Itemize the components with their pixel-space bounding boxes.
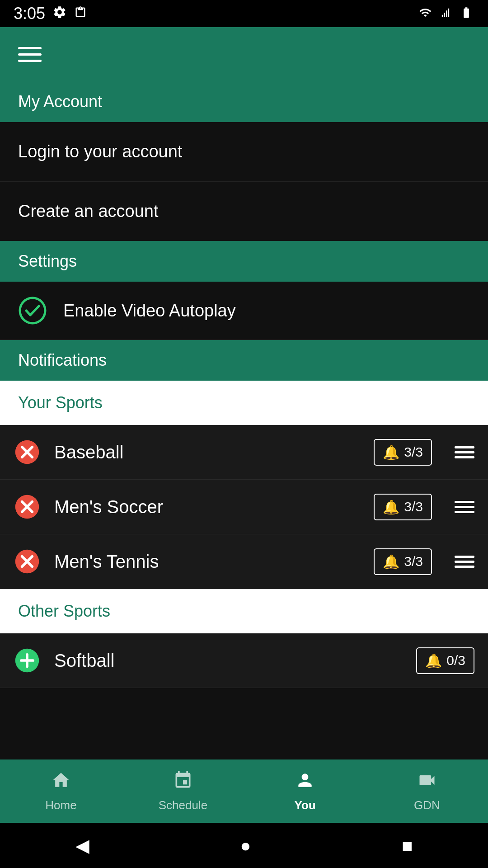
clipboard-status-icon bbox=[74, 5, 87, 23]
notif-badge-mens-soccer[interactable]: 🔔 3/3 bbox=[374, 494, 432, 520]
video-icon bbox=[417, 770, 437, 795]
nav-item-schedule[interactable]: Schedule bbox=[122, 760, 244, 823]
sport-item-softball: Softball 🔔 0/3 bbox=[0, 633, 488, 688]
android-home-button[interactable]: ● bbox=[240, 835, 251, 856]
nav-label-you: You bbox=[294, 798, 315, 812]
settings-header: Settings bbox=[0, 241, 488, 282]
bell-icon-softball: 🔔 bbox=[425, 653, 442, 669]
remove-icon-mens-soccer[interactable] bbox=[14, 493, 41, 520]
autoplay-label: Enable Video Autoplay bbox=[63, 301, 236, 321]
status-time: 3:05 bbox=[14, 4, 45, 23]
my-account-header: My Account bbox=[0, 81, 488, 122]
hamburger-menu[interactable] bbox=[18, 47, 42, 62]
your-sports-list: Baseball 🔔 3/3 Men's Soccer 🔔 3/3 bbox=[0, 425, 488, 589]
other-sports-list: Softball 🔔 0/3 bbox=[0, 633, 488, 688]
bell-icon-baseball: 🔔 bbox=[383, 444, 399, 460]
notif-count-baseball: 3/3 bbox=[404, 444, 423, 460]
sport-name-mens-tennis: Men's Tennis bbox=[54, 552, 360, 572]
signal-icon bbox=[439, 6, 452, 21]
sport-item-mens-tennis: Men's Tennis 🔔 3/3 bbox=[0, 534, 488, 589]
notif-count-mens-soccer: 3/3 bbox=[404, 499, 423, 514]
login-item[interactable]: Login to your account bbox=[0, 122, 488, 182]
android-back-button[interactable]: ◀ bbox=[75, 835, 89, 856]
drag-handle-mens-tennis[interactable] bbox=[455, 556, 474, 568]
status-right bbox=[418, 6, 474, 21]
nav-label-home: Home bbox=[45, 798, 76, 812]
nav-item-home[interactable]: Home bbox=[0, 760, 122, 823]
schedule-icon bbox=[173, 770, 193, 795]
sport-item-mens-soccer: Men's Soccer 🔔 3/3 bbox=[0, 480, 488, 534]
add-icon-softball[interactable] bbox=[14, 647, 41, 674]
nav-item-you[interactable]: You bbox=[244, 760, 366, 823]
svg-point-0 bbox=[20, 298, 45, 323]
nav-label-schedule: Schedule bbox=[159, 798, 207, 812]
notif-badge-baseball[interactable]: 🔔 3/3 bbox=[374, 439, 432, 466]
create-account-item[interactable]: Create an account bbox=[0, 182, 488, 241]
drag-handle-baseball[interactable] bbox=[455, 446, 474, 458]
notifications-header: Notifications bbox=[0, 340, 488, 381]
bell-icon-mens-tennis: 🔔 bbox=[383, 554, 399, 570]
wifi-icon bbox=[418, 6, 433, 21]
nav-label-gdn: GDN bbox=[414, 798, 440, 812]
sport-name-mens-soccer: Men's Soccer bbox=[54, 497, 360, 517]
app-header bbox=[0, 27, 488, 81]
settings-status-icon bbox=[52, 5, 67, 23]
remove-icon-mens-tennis[interactable] bbox=[14, 548, 41, 575]
check-circle-icon bbox=[18, 296, 47, 325]
android-nav: ◀ ● ■ bbox=[0, 823, 488, 868]
bell-icon-mens-soccer: 🔔 bbox=[383, 499, 399, 515]
drag-handle-mens-soccer[interactable] bbox=[455, 501, 474, 513]
bottom-nav: Home Schedule You GDN bbox=[0, 760, 488, 823]
sport-name-baseball: Baseball bbox=[54, 442, 360, 462]
sport-item-baseball: Baseball 🔔 3/3 bbox=[0, 425, 488, 480]
android-recent-button[interactable]: ■ bbox=[402, 835, 413, 856]
notif-count-mens-tennis: 3/3 bbox=[404, 554, 423, 569]
other-sports-header: Other Sports bbox=[0, 589, 488, 633]
nav-item-gdn[interactable]: GDN bbox=[366, 760, 488, 823]
autoplay-setting[interactable]: Enable Video Autoplay bbox=[0, 282, 488, 340]
notif-badge-mens-tennis[interactable]: 🔔 3/3 bbox=[374, 548, 432, 575]
sport-name-softball: Softball bbox=[54, 651, 403, 671]
your-sports-header: Your Sports bbox=[0, 381, 488, 425]
remove-icon-baseball[interactable] bbox=[14, 439, 41, 466]
notif-badge-softball[interactable]: 🔔 0/3 bbox=[416, 647, 474, 674]
home-icon bbox=[51, 770, 71, 795]
battery-icon bbox=[458, 6, 474, 21]
account-section: Login to your account Create an account bbox=[0, 122, 488, 241]
status-left: 3:05 bbox=[14, 4, 87, 23]
person-icon bbox=[295, 770, 315, 795]
notif-count-softball: 0/3 bbox=[446, 653, 465, 668]
status-bar: 3:05 bbox=[0, 0, 488, 27]
